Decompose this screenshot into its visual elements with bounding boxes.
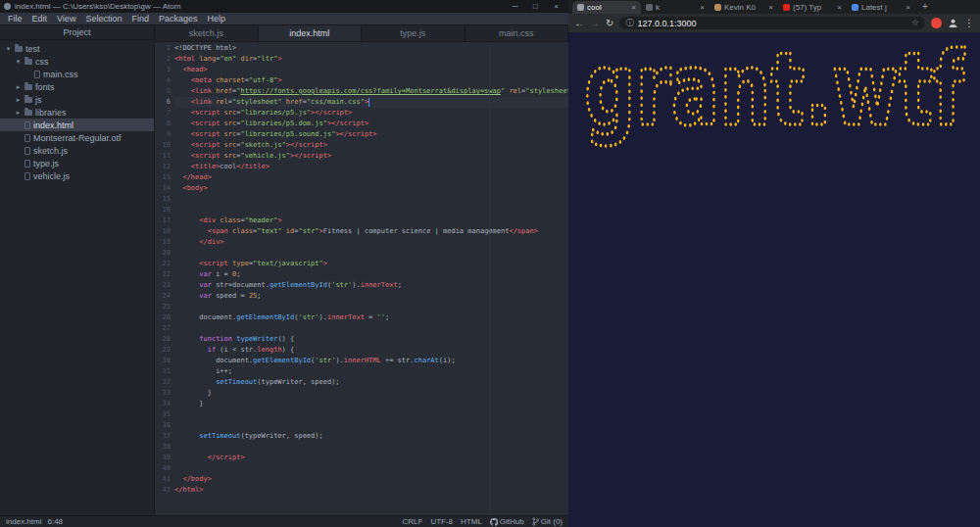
code-line[interactable]: function typeWriter() { [174, 334, 568, 345]
code-line[interactable]: <span class="text" id="str">Fitness | co… [174, 226, 568, 237]
code-line[interactable]: </div> [174, 237, 568, 248]
address-bar[interactable]: ⓘ 127.0.0.1:3000 ☆ [619, 17, 925, 29]
tab-close-icon[interactable]: × [700, 3, 705, 12]
tree-item-sketch.js[interactable]: sketch.js [0, 144, 154, 157]
tree-item-main.css[interactable]: main.css [0, 68, 154, 80]
new-tab-button[interactable]: + [915, 0, 935, 14]
file-tree[interactable]: ▾test▾cssmain.css▸fonts▸js▸librariesinde… [0, 40, 154, 515]
code-line[interactable]: <script src="libraries/p5.dom.js"></scri… [174, 119, 568, 129]
url-text[interactable]: 127.0.0.1:3000 [637, 19, 907, 28]
tree-item-js[interactable]: ▸js [0, 93, 154, 106]
code-area[interactable]: 1234567891011121314151617181920212223242… [155, 42, 568, 515]
code-line[interactable]: </script> [174, 453, 568, 463]
code-line[interactable] [174, 409, 568, 420]
tab-close-icon[interactable]: × [906, 3, 910, 12]
code-line[interactable]: document.getElementById('str').innerHTML… [174, 356, 568, 366]
code-line[interactable] [174, 302, 568, 312]
code-line[interactable] [174, 205, 568, 216]
cursor-position[interactable]: 6:48 [47, 517, 63, 526]
code-line[interactable]: <div class="header"> [174, 216, 568, 226]
back-button[interactable]: ← [574, 19, 584, 28]
editor-tab-sketch.js[interactable]: sketch.js [155, 25, 259, 41]
status-html[interactable]: HTML [461, 517, 482, 526]
tab-close-icon[interactable]: × [837, 3, 842, 12]
menu-view[interactable]: View [52, 13, 80, 24]
profile-icon[interactable] [948, 18, 958, 28]
code-line[interactable]: <script src="vehicle.js"></script> [174, 151, 568, 162]
status-label: GitHub [500, 517, 524, 526]
code-line[interactable] [174, 323, 568, 334]
code-line[interactable]: } [174, 388, 568, 399]
code-line[interactable]: <meta charset="utf-8"> [174, 75, 568, 86]
code-line[interactable]: <script src="libraries/p5.js"></script> [174, 108, 568, 119]
code-line[interactable]: document.getElementById('str').innerText… [174, 312, 568, 323]
code-token: "libraries/p5.js" [240, 109, 311, 117]
code-line[interactable]: <title>cool</title> [174, 162, 568, 172]
tree-item-fonts[interactable]: ▸fonts [0, 80, 154, 93]
code-line[interactable]: setTimeout(typeWriter, speed); [174, 431, 568, 442]
menu-packages[interactable]: Packages [154, 13, 203, 24]
tree-item-css[interactable]: ▾css [0, 55, 154, 68]
code-line[interactable] [174, 463, 568, 474]
code-line[interactable] [174, 442, 568, 453]
status-git-0[interactable]: Git (0) [532, 517, 563, 526]
forward-button[interactable]: → [590, 19, 600, 28]
code-line[interactable]: <script src="sketch.js"></script> [174, 140, 568, 151]
code-line[interactable]: <html lang="en" dir="ltr"> [174, 54, 568, 65]
code-line[interactable]: } [174, 399, 568, 409]
code-line[interactable]: var i = 0; [174, 269, 568, 280]
tree-item-vehicle.js[interactable]: vehicle.js [0, 169, 154, 182]
code-line[interactable]: i++; [174, 366, 568, 377]
close-button[interactable]: × [548, 0, 564, 13]
menu-file[interactable]: File [3, 13, 27, 24]
menu-edit[interactable]: Edit [27, 13, 53, 24]
code-line[interactable] [174, 420, 568, 431]
tab-close-icon[interactable]: × [631, 3, 636, 12]
code-line[interactable]: var str=document.getElementById('str').i… [174, 280, 568, 291]
code-line[interactable]: </body> [174, 474, 568, 485]
editor-tab-index.html[interactable]: index.html [259, 25, 363, 41]
browser-tab-kevin-k[interactable]: Kevin Kü× [710, 1, 778, 14]
code-line[interactable]: setTimeout(typeWriter, speed); [174, 377, 568, 388]
tree-item-test[interactable]: ▾test [0, 42, 154, 55]
code-line[interactable]: <script src="libraries/p5.sound.js"></sc… [174, 129, 568, 140]
browser-tab-latest-j[interactable]: Latest j× [847, 1, 915, 14]
code-line[interactable] [174, 194, 568, 205]
menu-help[interactable]: Help [202, 13, 230, 24]
code-line[interactable] [174, 248, 568, 259]
tab-favicon [783, 4, 790, 11]
tree-item-index.html[interactable]: index.html [0, 119, 154, 131]
code-line[interactable]: var speed = 25; [174, 291, 568, 302]
editor-tab-type.js[interactable]: type.js [362, 25, 466, 41]
browser-menu-icon[interactable]: ⋮ [964, 19, 974, 28]
code-line[interactable]: <link rel="stylesheet" href="css/main.cs… [174, 97, 568, 108]
extension-icon[interactable] [931, 18, 942, 28]
browser-tab-cool[interactable]: cool× [572, 1, 641, 14]
menu-find[interactable]: Find [126, 13, 154, 24]
reload-button[interactable]: ↻ [606, 19, 613, 28]
status-utf-8[interactable]: UTF-8 [430, 517, 453, 526]
browser-tab-k[interactable]: k× [641, 1, 710, 14]
tree-item-montserrat-regular.otf[interactable]: Montserrat-Regular.otf [0, 131, 154, 144]
code-line[interactable]: <body> [174, 183, 568, 194]
code-line[interactable]: if (i < str.length) { [174, 345, 568, 356]
bookmark-star-icon[interactable]: ☆ [911, 19, 919, 27]
code-line[interactable]: <head> [174, 65, 568, 75]
browser-tab-57-typ[interactable]: (57) Typ× [778, 1, 847, 14]
maximize-button[interactable]: □ [527, 0, 544, 13]
code-line[interactable]: <!DOCTYPE html> [174, 43, 568, 54]
code-line[interactable]: </html> [174, 485, 568, 496]
code-line[interactable]: <link href="https://fonts.googleapis.com… [174, 86, 568, 97]
minimize-button[interactable]: ─ [507, 0, 523, 13]
menu-selection[interactable]: Selection [80, 13, 126, 24]
status-github[interactable]: GitHub [490, 517, 524, 526]
code-lines[interactable]: <!DOCTYPE html><html lang="en" dir="ltr"… [174, 42, 568, 515]
tree-item-libraries[interactable]: ▸libraries [0, 106, 154, 119]
editor-tab-main.css[interactable]: main.css [466, 25, 569, 41]
tree-item-type.js[interactable]: type.js [0, 157, 154, 169]
code-line[interactable]: <script type="text/javascript"> [174, 259, 568, 269]
tab-close-icon[interactable]: × [768, 3, 773, 12]
status-crlf[interactable]: CRLF [403, 517, 423, 526]
site-info-icon[interactable]: ⓘ [625, 20, 633, 27]
code-line[interactable]: </head> [174, 172, 568, 183]
